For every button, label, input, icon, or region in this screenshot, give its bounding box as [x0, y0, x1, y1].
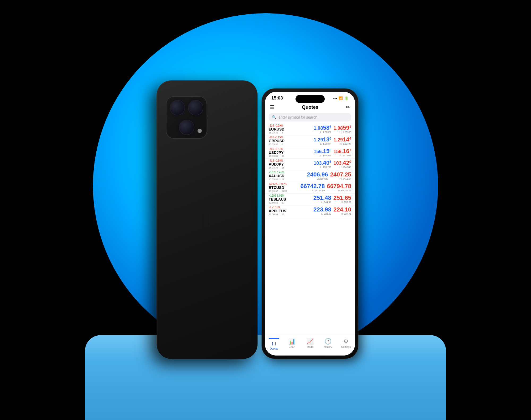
quote-prices-audjpy: 103.405 L: 103.219 103.420 H: 104.349	[314, 160, 351, 168]
app-header: ☰ Quotes ✏	[265, 102, 355, 112]
high-xauusd: H: 2411.94	[330, 177, 351, 180]
quote-prices-usdjpy: 156.156 L: 155.815 156.167 H: 157.097	[314, 148, 351, 157]
low-eurusd: L: 1.08558	[314, 131, 331, 133]
bid-block-teslaus: 251.48 L: 244.41	[313, 195, 331, 203]
camera-module	[166, 96, 207, 139]
camera-lens-1	[170, 100, 185, 115]
quote-row-appleus[interactable]: -3 -0.01% APPLEUS 22:58:59 ⋮ 12 223.98 L…	[265, 205, 355, 217]
ask-block-teslaus: 251.65 H: 253.09	[333, 195, 351, 203]
quote-left-eurusd: -318 -0.29% EURUSD 15:03:36 ⋮ 8	[269, 124, 314, 134]
high-btcusd: H: 68034.76	[327, 189, 351, 192]
quote-time-teslaus: 22:58:59 ⋮ 17	[269, 201, 313, 204]
settings-nav-icon: ⚙	[343, 338, 349, 345]
menu-icon[interactable]: ☰	[270, 104, 275, 110]
quote-change-eurusd: -318 -0.29%	[269, 124, 314, 127]
bottom-nav: ↑↓ Quotes 📊 Chart 📈 Trade 🕐 History ⚙	[265, 335, 355, 356]
quote-left-usdjpy: -896 -0.57% USDJPY 15:03:36 ⋮ 11	[269, 148, 314, 157]
dynamic-island	[296, 95, 325, 103]
ask-block-xauusd: 2407.25 H: 2411.94	[330, 172, 351, 180]
phone-screen: 15:03 ▪▪▪ 📶 🔋 ☰ Quotes ✏ 🔍 enter symbol …	[265, 92, 355, 356]
high-teslaus: H: 253.09	[333, 201, 351, 203]
wifi-icon: 📶	[339, 96, 343, 100]
ask-block-btcusd: 66794.78 H: 68034.76	[327, 183, 351, 192]
ask-price-teslaus: 251.65	[333, 195, 351, 201]
quote-symbol-teslaus: TESLAUS	[269, 197, 313, 201]
low-audjpy: L: 103.219	[314, 166, 331, 168]
iphone-front: 15:03 ▪▪▪ 📶 🔋 ☰ Quotes ✏ 🔍 enter symbol …	[262, 88, 358, 359]
quote-symbol-btcusd: BTCUSD	[269, 185, 300, 190]
quote-time-usdjpy: 15:03:36 ⋮ 11	[269, 155, 314, 157]
high-audjpy: H: 104.349	[333, 166, 351, 168]
nav-chart[interactable]: 📊 Chart	[283, 337, 301, 351]
quote-prices-teslaus: 251.48 L: 244.41 251.65 H: 253.09	[313, 195, 351, 203]
quote-change-gbpusd: -193 -0.15%	[269, 136, 314, 139]
trade-nav-label: Trade	[307, 345, 314, 348]
history-nav-icon: 🕐	[324, 338, 332, 345]
quote-symbol-xauusd: XAUUSD	[269, 174, 307, 178]
bid-block-gbpusd: 1.29136 L: 1.28874	[314, 137, 331, 145]
search-bar[interactable]: 🔍 enter symbol for search	[269, 113, 351, 122]
quote-symbol-audjpy: AUDJPY	[269, 162, 314, 166]
app-title: Quotes	[302, 105, 318, 110]
quote-row-teslaus[interactable]: +1202 5.02% TESLAUS 22:58:59 ⋮ 17 251.48…	[265, 194, 355, 205]
nav-history[interactable]: 🕐 History	[319, 337, 337, 351]
nav-trade[interactable]: 📈 Trade	[301, 337, 319, 351]
nav-quotes[interactable]: ↑↓ Quotes	[265, 337, 283, 351]
quote-time-btcusd: 15:03:37 ⋮ 5200	[269, 190, 300, 192]
quote-time-xauusd: 15:03:35 ⋮ 29	[269, 178, 307, 181]
ask-price-appleus: 224.10	[333, 207, 351, 213]
quote-change-xauusd: +1078 0.45%	[269, 171, 307, 174]
nav-settings[interactable]: ⚙ Settings	[337, 337, 355, 351]
quote-change-audjpy: -913 -0.88%	[269, 159, 314, 162]
bid-block-xauusd: 2406.96 L: 2388.23	[307, 172, 328, 180]
high-gbpusd: H: 1.29347	[333, 142, 351, 145]
apple-logo: 	[203, 209, 211, 230]
history-nav-label: History	[324, 345, 332, 348]
quotes-list: -318 -0.29% EURUSD 15:03:36 ⋮ 8 1.08586 …	[265, 124, 355, 350]
quote-row-xauusd[interactable]: +1078 0.45% XAUUSD 15:03:35 ⋮ 29 2406.96…	[265, 170, 355, 182]
quote-row-audjpy[interactable]: -913 -0.88% AUDJPY 15:03:36 ⋮ 15 103.405…	[265, 159, 355, 170]
edit-icon[interactable]: ✏	[346, 104, 350, 110]
quote-left-teslaus: +1202 5.02% TESLAUS 22:58:59 ⋮ 17	[269, 194, 313, 204]
bid-block-audjpy: 103.405 L: 103.219	[314, 160, 331, 168]
quote-row-eurusd[interactable]: -318 -0.29% EURUSD 15:03:36 ⋮ 8 1.08586 …	[265, 124, 355, 135]
quote-symbol-appleus: APPLEUS	[269, 209, 313, 213]
bid-block-eurusd: 1.08586 L: 1.08558	[314, 125, 331, 133]
ask-block-audjpy: 103.420 H: 104.349	[333, 160, 351, 168]
camera-flash	[198, 129, 202, 133]
bid-block-btcusd: 66742.78 L: 66154.80	[300, 183, 325, 192]
quotes-nav-icon: ↑↓	[271, 340, 277, 347]
iphone-back: 	[157, 80, 258, 359]
high-usdjpy: H: 157.097	[333, 154, 351, 157]
quote-left-audjpy: -913 -0.88% AUDJPY 15:03:36 ⋮ 15	[269, 159, 314, 169]
quote-prices-gbpusd: 1.29136 L: 1.28874 1.29144 H: 1.29347	[314, 137, 351, 145]
quote-time-appleus: 22:58:59 ⋮ 12	[269, 213, 313, 216]
ask-price-audjpy: 103.420	[333, 160, 351, 166]
quote-row-btcusd[interactable]: 135685 -1.99% BTCUSD 15:03:37 ⋮ 5200 667…	[265, 182, 355, 194]
low-btcusd: L: 66154.80	[300, 189, 325, 192]
camera-lens-2	[188, 100, 203, 115]
quote-left-gbpusd: -193 -0.15% GBPUSD 15:03:36 ⋮ 8	[269, 136, 314, 146]
ask-block-gbpusd: 1.29144 H: 1.29347	[333, 137, 351, 145]
ask-block-usdjpy: 156.167 H: 157.097	[333, 148, 351, 157]
quote-change-teslaus: +1202 5.02%	[269, 194, 313, 197]
bid-block-usdjpy: 156.156 L: 155.815	[314, 148, 331, 157]
quote-row-gbpusd[interactable]: -193 -0.15% GBPUSD 15:03:36 ⋮ 8 1.29136 …	[265, 135, 355, 147]
quote-symbol-usdjpy: USDJPY	[269, 150, 314, 155]
quote-prices-btcusd: 66742.78 L: 66154.80 66794.78 H: 68034.7…	[300, 183, 351, 192]
ask-block-eurusd: 1.08594 H: 1.08965	[333, 125, 351, 133]
quotes-nav-label: Quotes	[270, 347, 278, 350]
ask-price-eurusd: 1.08594	[333, 125, 351, 131]
high-eurusd: H: 1.08965	[333, 131, 351, 133]
search-icon: 🔍	[272, 115, 276, 119]
ask-block-appleus: 224.10 H: 227.71	[333, 207, 351, 215]
signal-icon: ▪▪▪	[333, 96, 337, 100]
iphone-wrapper:  15:03 ▪▪▪ 📶 🔋 ☰ Quotes ✏	[157, 67, 358, 359]
status-icons: ▪▪▪ 📶 🔋	[333, 96, 349, 100]
low-appleus: L: 223.03	[313, 213, 331, 215]
quote-left-xauusd: +1078 0.45% XAUUSD 15:03:35 ⋮ 29	[269, 171, 307, 181]
trade-nav-icon: 📈	[306, 338, 314, 345]
quote-left-btcusd: 135685 -1.99% BTCUSD 15:03:37 ⋮ 5200	[269, 183, 300, 192]
bid-price-audjpy: 103.405	[314, 160, 331, 166]
quote-row-usdjpy[interactable]: -896 -0.57% USDJPY 15:03:36 ⋮ 11 156.156…	[265, 147, 355, 159]
